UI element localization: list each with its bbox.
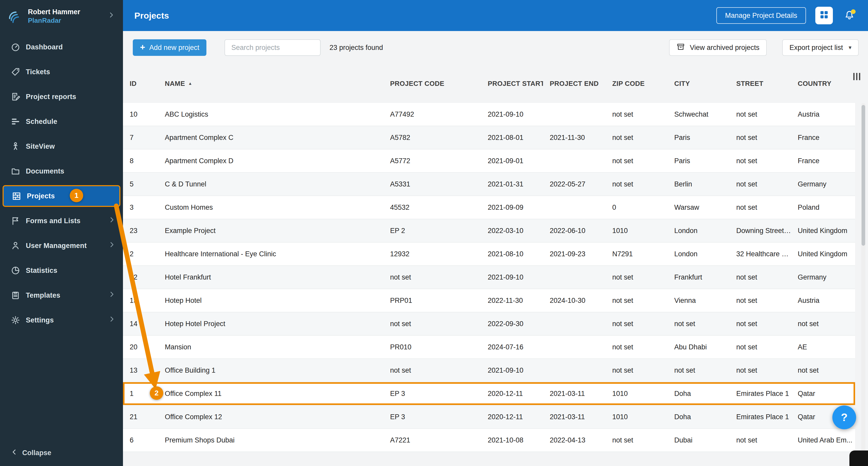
project-reports-icon bbox=[10, 91, 21, 102]
annotation-step-2: 2 bbox=[150, 386, 163, 400]
cell-end: 2021-03-11 bbox=[543, 390, 606, 398]
sidebar-item-settings[interactable]: Settings bbox=[0, 308, 123, 332]
cell-city: Doha bbox=[668, 413, 730, 421]
main-area: Projects Manage Project Details + bbox=[123, 0, 868, 466]
cell-id: 6 bbox=[123, 436, 158, 444]
export-project-list-button[interactable]: Export project list ▾ bbox=[782, 39, 859, 56]
archive-icon bbox=[676, 42, 685, 53]
scrollbar-thumb[interactable] bbox=[862, 105, 865, 246]
help-button[interactable]: ? bbox=[832, 406, 856, 429]
table-row[interactable]: 7Apartment Complex CA57822021-08-012021-… bbox=[123, 126, 855, 149]
sidebar-item-documents[interactable]: Documents bbox=[0, 159, 123, 184]
cell-start: 2021-09-10 bbox=[481, 273, 543, 281]
column-header-label: ID bbox=[130, 80, 137, 88]
cell-zip: 1010 bbox=[606, 413, 668, 421]
cell-code: A5782 bbox=[383, 134, 481, 142]
app-root: Robert Hammer PlanRadar DashboardTickets… bbox=[0, 0, 868, 466]
column-header-label: PROJECT END bbox=[550, 80, 598, 88]
table-row[interactable]: 2Healthcare International - Eye Clinic12… bbox=[123, 242, 855, 266]
cell-code: 12932 bbox=[383, 250, 481, 258]
export-label: Export project list bbox=[789, 44, 843, 52]
notifications-button[interactable] bbox=[842, 8, 857, 23]
column-header-city[interactable]: CITY bbox=[668, 80, 730, 88]
view-archived-projects-button[interactable]: View archived projects bbox=[669, 39, 767, 56]
cell-name: Office Building 1 bbox=[158, 367, 383, 375]
column-header-street[interactable]: STREET bbox=[730, 80, 791, 88]
cell-name: Office Complex 11 bbox=[158, 390, 383, 398]
user-management-icon bbox=[10, 240, 21, 251]
column-header-project-start[interactable]: PROJECT START bbox=[481, 80, 543, 88]
vertical-scrollbar[interactable] bbox=[861, 103, 865, 452]
sidebar-item-statistics[interactable]: Statistics bbox=[0, 258, 123, 283]
table-row[interactable]: 10ABC LogisticsA774922021-09-10not setSc… bbox=[123, 103, 855, 126]
chevron-right-icon bbox=[108, 315, 116, 325]
results-count: 23 projects found bbox=[330, 44, 383, 52]
search-input[interactable] bbox=[224, 39, 320, 56]
sidebar-item-label: User Management bbox=[26, 242, 108, 250]
table-row[interactable]: 13Office Building 1not set2021-09-10not … bbox=[123, 359, 855, 382]
column-header-label: NAME bbox=[165, 80, 185, 88]
user-name: Robert Hammer bbox=[28, 7, 107, 16]
cell-city: Dubai bbox=[668, 436, 730, 444]
column-header-id[interactable]: ID bbox=[123, 80, 158, 88]
sidebar-item-siteview[interactable]: SiteView bbox=[0, 134, 123, 159]
cell-start: 2021-09-01 bbox=[481, 157, 543, 165]
column-header-country[interactable]: COUNTRY bbox=[791, 80, 855, 88]
table-row[interactable]: 14Hotep Hotel Projectnot set2022-09-30no… bbox=[123, 312, 855, 336]
cell-code: EP 2 bbox=[383, 227, 481, 235]
cell-end: 2024-10-30 bbox=[543, 297, 606, 304]
table-row[interactable]: 1Office Complex 11EP 32020-12-112021-03-… bbox=[123, 382, 855, 406]
cell-country: Qatar bbox=[791, 390, 855, 398]
cell-street: Downing Street ... bbox=[730, 227, 791, 235]
table-row[interactable]: 12Hotel Frankfurtnot set2021-09-10not se… bbox=[123, 266, 855, 289]
sidebar-user-menu[interactable]: Robert Hammer PlanRadar bbox=[0, 0, 123, 32]
column-header-label: CITY bbox=[674, 80, 690, 88]
column-header-label: PROJECT START bbox=[488, 80, 543, 88]
column-header-zip-code[interactable]: ZIP CODE bbox=[606, 80, 668, 88]
collapse-button[interactable]: Collapse bbox=[10, 448, 52, 458]
add-new-project-label: Add new project bbox=[149, 44, 199, 52]
cell-country: AE bbox=[791, 343, 855, 351]
table-row[interactable]: 20MansionPR0102024-07-16not setAbu Dhabi… bbox=[123, 336, 855, 359]
column-settings-icon[interactable] bbox=[852, 72, 861, 81]
column-header-name[interactable]: NAME▲ bbox=[158, 80, 383, 88]
manage-project-details-button[interactable]: Manage Project Details bbox=[716, 7, 806, 24]
cell-code: A77492 bbox=[383, 110, 481, 118]
cell-street: not set bbox=[730, 110, 791, 118]
table-row[interactable]: 6Premium Shops DubaiA72212021-10-082022-… bbox=[123, 429, 855, 452]
table-row[interactable]: 21Office Complex 12EP 32020-12-112021-03… bbox=[123, 406, 855, 429]
cell-country: not set bbox=[791, 367, 855, 375]
table-row[interactable]: 3Custom Homes455322021-09-090Warsawnot s… bbox=[123, 196, 855, 219]
cell-city: Abu Dhabi bbox=[668, 343, 730, 351]
sidebar-item-forms-and-lists[interactable]: Forms and Lists bbox=[0, 208, 123, 233]
column-header-project-end[interactable]: PROJECT END bbox=[543, 80, 606, 88]
cell-id: 7 bbox=[123, 134, 158, 142]
cell-country: United Kingdom bbox=[791, 250, 855, 258]
cell-start: 2021-01-31 bbox=[481, 180, 543, 188]
apps-button[interactable] bbox=[815, 7, 833, 24]
add-new-project-button[interactable]: + Add new project bbox=[133, 39, 207, 56]
cell-country: France bbox=[791, 157, 855, 165]
cell-start: 2022-03-10 bbox=[481, 227, 543, 235]
sidebar-item-templates[interactable]: Templates bbox=[0, 283, 123, 308]
table-row[interactable]: 8Apartment Complex DA57722021-09-01not s… bbox=[123, 149, 855, 173]
cell-start: 2021-09-10 bbox=[481, 110, 543, 118]
column-header-project-code[interactable]: PROJECT CODE bbox=[383, 80, 481, 88]
sidebar-item-dashboard[interactable]: Dashboard bbox=[0, 35, 123, 59]
chevron-right-icon[interactable] bbox=[107, 11, 117, 21]
cell-name: Hotel Frankfurt bbox=[158, 273, 383, 281]
sort-ascending-icon: ▲ bbox=[188, 81, 192, 86]
notification-dot bbox=[851, 9, 856, 14]
sidebar-item-project-reports[interactable]: Project reports bbox=[0, 84, 123, 109]
table-row[interactable]: 5C & D TunnelA53312021-01-312022-05-27no… bbox=[123, 173, 855, 196]
sidebar-item-tickets[interactable]: Tickets bbox=[0, 59, 123, 84]
sidebar-item-schedule[interactable]: Schedule bbox=[0, 109, 123, 134]
sidebar-item-user-management[interactable]: User Management bbox=[0, 233, 123, 258]
cell-zip: not set bbox=[606, 343, 668, 351]
page-title: Projects bbox=[134, 10, 716, 21]
toolbar: + Add new project 23 projects found View… bbox=[123, 31, 868, 64]
table-row[interactable]: 15Hotep HotelPRP012022-11-302024-10-30no… bbox=[123, 289, 855, 312]
table-row[interactable]: 23Example ProjectEP 22022-03-102022-06-1… bbox=[123, 219, 855, 242]
sidebar-item-projects[interactable]: Projects bbox=[3, 185, 120, 207]
sidebar-item-label: Forms and Lists bbox=[26, 217, 108, 225]
